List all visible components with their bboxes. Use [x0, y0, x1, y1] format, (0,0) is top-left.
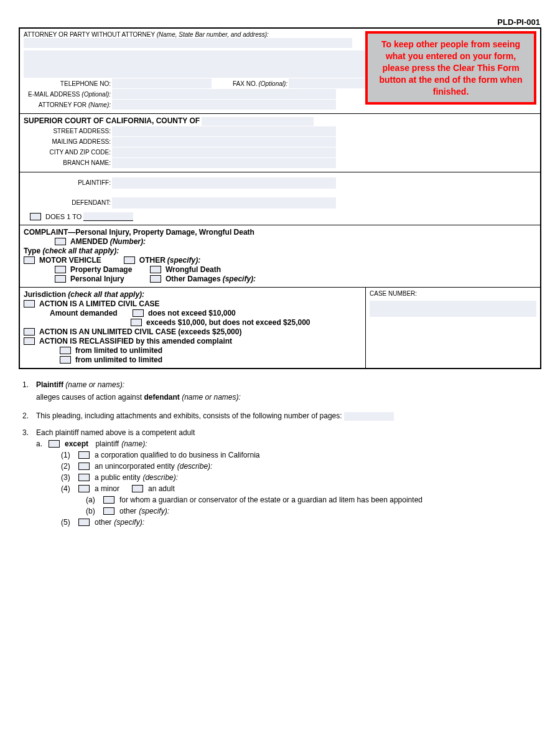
branch-field[interactable]	[112, 158, 336, 168]
mailing-field[interactable]	[112, 137, 336, 147]
numbered-items: 1. Plaintiff (name or names): alleges ca…	[19, 380, 541, 529]
cityzip-label: CITY AND ZIP CODE:	[24, 149, 111, 156]
not-exceed-10k-checkbox[interactable]	[133, 309, 144, 317]
item-3a4b-checkbox[interactable]	[103, 507, 114, 515]
cityzip-field[interactable]	[112, 148, 336, 157]
item-3a2-text: an unincorporated entity	[95, 462, 175, 471]
item-3a-checkbox[interactable]	[49, 440, 60, 448]
other-checkbox[interactable]	[124, 256, 135, 264]
limited-to-unlimited-checkbox[interactable]	[60, 347, 71, 354]
telephone-field[interactable]	[112, 78, 212, 88]
unlimited-to-limited-checkbox[interactable]	[60, 356, 71, 364]
property-damage-checkbox[interactable]	[55, 266, 66, 273]
does-count-field[interactable]	[83, 212, 133, 221]
item-3a1-checkbox[interactable]	[78, 451, 90, 459]
email-label: E-MAIL ADDRESS	[28, 91, 80, 98]
unlimited-checkbox[interactable]	[24, 328, 35, 336]
type-label: Type	[24, 247, 40, 255]
parties-section: PLAINTIFF: DEFENDANT: DOES 1 TO	[20, 172, 540, 225]
fax-optional: (Optional):	[258, 80, 287, 87]
item-3a-plaintiff: plaintiff	[95, 439, 119, 448]
item-1-number: 1.	[22, 380, 36, 402]
street-field[interactable]	[112, 126, 336, 136]
defendant-field[interactable]	[112, 197, 336, 209]
exceeds-10k-label: exceeds $10,000, but does not exceed $25…	[146, 318, 310, 327]
item-1-names-hint: (name or names):	[65, 380, 124, 389]
property-damage-label: Property Damage	[70, 265, 148, 274]
plaintiff-label: PLAINTIFF:	[24, 179, 111, 186]
attorney-for-hint: (Name):	[88, 101, 111, 108]
email-field[interactable]	[112, 89, 336, 99]
fax-label: FAX NO.	[233, 80, 257, 87]
reclassified-checkbox[interactable]	[24, 337, 35, 345]
jurisdiction-hint: (check all that apply):	[68, 290, 144, 299]
item-1-alleges: alleges causes of action against	[36, 393, 142, 402]
item-3a4a-text: for whom a guardian or conservator of th…	[119, 496, 422, 504]
attorney-header: ATTORNEY OR PARTY WITHOUT ATTORNEY	[24, 31, 155, 38]
item-1-defendant-hint: (name or names):	[182, 393, 241, 402]
motor-vehicle-label: MOTOR VEHICLE	[39, 256, 101, 265]
personal-injury-label: Personal Injury	[70, 275, 148, 283]
county-field[interactable]	[202, 117, 314, 126]
court-title: SUPERIOR COURT OF CALIFORNIA, COUNTY OF	[24, 116, 200, 125]
item-2-pages-field[interactable]	[344, 412, 394, 421]
item-3-text: Each plaintiff named above is a competen…	[36, 428, 538, 437]
amended-checkbox[interactable]	[55, 238, 66, 245]
other-damages-hint: (specify):	[223, 275, 256, 283]
branch-label: BRANCH NAME:	[24, 159, 111, 166]
wrongful-death-checkbox[interactable]	[150, 266, 161, 273]
limited-checkbox[interactable]	[24, 300, 35, 308]
item-2-text: This pleading, including attachments and…	[36, 411, 342, 420]
complaint-title: COMPLAINT—Personal Injury, Property Dama…	[24, 228, 536, 237]
item-3a3-checkbox[interactable]	[78, 474, 90, 481]
item-3a4-minor-text: a minor	[95, 484, 119, 493]
item-3a4-adult-checkbox[interactable]	[132, 485, 143, 492]
jurisdiction-section: Jurisdiction (check all that apply): ACT…	[20, 288, 540, 368]
defendant-label: DEFENDANT:	[24, 199, 111, 206]
item-2-number: 2.	[22, 411, 36, 421]
mailing-label: MAILING ADDRESS:	[24, 138, 111, 145]
privacy-warning-box: To keep other people from seeing what yo…	[365, 31, 536, 105]
exceeds-10k-checkbox[interactable]	[131, 319, 142, 326]
item-3a4a-checkbox[interactable]	[103, 496, 114, 504]
not-exceed-10k-label: does not exceed $10,000	[148, 309, 236, 317]
item-3a5-text: other	[95, 518, 111, 527]
attorney-for-field[interactable]	[112, 100, 336, 110]
item-3a5-checkbox[interactable]	[78, 519, 90, 526]
other-damages-checkbox[interactable]	[150, 275, 161, 283]
court-section: SUPERIOR COURT OF CALIFORNIA, COUNTY OF …	[20, 114, 540, 172]
item-3a4-adult-text: an adult	[148, 484, 175, 493]
does-checkbox[interactable]	[30, 213, 41, 220]
item-3a5-hint: (specify):	[114, 518, 144, 527]
personal-injury-checkbox[interactable]	[55, 275, 66, 283]
attorney-header-hint: (Name, State Bar number, and address):	[157, 31, 269, 38]
plaintiff-field[interactable]	[112, 177, 336, 189]
other-label: OTHER	[139, 256, 166, 265]
wrongful-death-label: Wrongful Death	[166, 265, 221, 274]
form-outer-box: To keep other people from seeing what yo…	[19, 27, 541, 369]
attorney-name-field[interactable]	[51, 38, 352, 48]
item-1-defendant: defendant	[144, 393, 179, 402]
item-3a3-text: a public entity	[95, 473, 140, 482]
amended-hint: (Number):	[110, 237, 146, 246]
motor-vehicle-checkbox[interactable]	[24, 256, 35, 264]
amended-label: AMENDED	[70, 237, 108, 246]
item-1-plaintiff: Plaintiff	[36, 380, 63, 389]
other-hint: (specify):	[167, 256, 200, 265]
item-3a1-text: a corporation qualified to do business i…	[95, 451, 260, 459]
limited-label: ACTION IS A LIMITED CIVIL CASE	[39, 299, 160, 308]
item-3a3-hint: (describe):	[142, 473, 178, 482]
item-3a2-checkbox[interactable]	[78, 463, 90, 470]
case-number-field[interactable]	[370, 301, 536, 317]
other-damages-label: Other Damages	[166, 275, 221, 283]
item-3a4-minor-checkbox[interactable]	[78, 485, 90, 492]
item-3a-except: except	[65, 439, 88, 448]
amount-label: Amount demanded	[50, 309, 131, 317]
item-3a2-hint: (describe):	[177, 462, 213, 471]
attorney-for-label: ATTORNEY FOR	[39, 101, 86, 108]
complaint-section: COMPLAINT—Personal Injury, Property Dama…	[20, 225, 540, 288]
attorney-name-prefix-field[interactable]	[24, 38, 51, 48]
item-3-number: 3.	[22, 428, 36, 529]
item-3a4b-text: other	[119, 507, 136, 515]
email-optional: (Optional):	[82, 91, 111, 98]
